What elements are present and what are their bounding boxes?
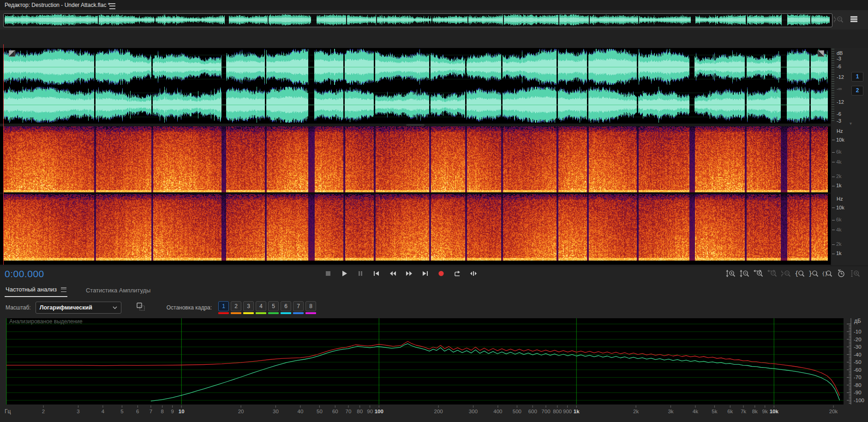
freq-tick-label: 50	[317, 409, 323, 414]
freq-tick-label: 1k	[574, 409, 580, 414]
freq-tick-label: 2	[42, 409, 45, 414]
splitter-handle[interactable]	[406, 124, 425, 126]
restore-zoom-time-button[interactable]	[836, 269, 847, 278]
db-tick-label: -30	[854, 344, 862, 350]
zoom-out-vertical-button[interactable]	[739, 269, 750, 278]
frame-hold-color-bar	[281, 312, 291, 314]
loop-playback-icon	[453, 270, 461, 277]
frame-hold-button-5[interactable]: 5	[268, 301, 279, 311]
db-scale-label: -6	[837, 64, 841, 69]
freq-tick-label: 90	[367, 409, 373, 414]
graph-y-unit: дБ	[854, 318, 861, 324]
db-scale-label: -12	[837, 99, 844, 105]
zoom-to-in-point-button[interactable]: {	[795, 269, 805, 278]
hz-scale-unit: Hz	[837, 128, 843, 134]
frame-hold-color-bar	[293, 312, 304, 314]
frame-hold-color-bar	[243, 312, 254, 314]
stop-button[interactable]	[323, 269, 333, 278]
rewind-icon	[389, 270, 397, 277]
tab-amplitude-statistics[interactable]: Статистика Амплитуды	[85, 285, 151, 297]
zoom-to-out-point-button[interactable]: }	[808, 269, 819, 278]
overview-navigator[interactable]	[3, 13, 832, 27]
freq-tick-label: 30	[273, 409, 279, 414]
spectrogram-display[interactable]	[0, 126, 831, 265]
zoom-in-vertical-button[interactable]	[725, 269, 736, 278]
freq-tick-label: 9	[171, 409, 174, 414]
rewind-button[interactable]	[388, 269, 398, 278]
record-button[interactable]	[436, 269, 446, 278]
timecode-display[interactable]: 0:00.000	[5, 268, 44, 279]
zoom-full-button[interactable]	[850, 269, 861, 278]
frame-hold-button-4[interactable]: 4	[256, 301, 266, 311]
db-tick-label: -10	[854, 329, 862, 334]
freq-tick-label: 4k	[693, 409, 698, 414]
transport-buttons	[323, 269, 479, 278]
db-scale-label: -3	[837, 118, 841, 124]
hz-scale-label: 1k	[832, 250, 842, 256]
skip-to-end-button[interactable]	[420, 269, 430, 278]
record-icon	[437, 270, 445, 277]
db-scale-label: -∞	[837, 86, 842, 91]
waveform-display[interactable]	[0, 48, 831, 124]
zoom-out-horizontal-button[interactable]	[767, 269, 778, 278]
db-tick-label: -100	[854, 398, 864, 403]
corner-handle-icon[interactable]	[9, 50, 15, 57]
playhead[interactable]	[3, 44, 4, 265]
db-scale-unit: dB	[837, 50, 843, 56]
hz-scale-label: 6k	[832, 217, 842, 222]
zoom-out-vertical-icon	[739, 269, 750, 278]
freq-tick-label: 20	[238, 409, 244, 414]
zoom-to-selection-button[interactable]: {}	[822, 269, 833, 278]
tab-frequency-analysis[interactable]: Частотный анализ	[5, 284, 67, 297]
tab-menu-icon[interactable]	[61, 287, 66, 292]
stop-icon	[324, 270, 332, 277]
frame-hold-button-8[interactable]: 8	[305, 301, 316, 311]
svg-text:{: {	[795, 270, 798, 277]
freq-tick-label: 3	[77, 409, 79, 414]
fast-forward-icon	[405, 270, 413, 277]
panel-tabs: Частотный анализ Статистика Амплитуды	[5, 284, 151, 297]
frame-hold-button-3[interactable]: 3	[243, 301, 254, 311]
frame-hold-label: Остановка кадра:	[167, 304, 212, 311]
frame-hold-button-1[interactable]: 1	[218, 301, 229, 311]
frame-hold-2: 2	[231, 301, 241, 314]
freq-tick-label: 7k	[741, 409, 746, 414]
frame-hold-4: 4	[256, 301, 266, 314]
frame-hold-button-2[interactable]: 2	[231, 301, 241, 311]
fast-forward-button[interactable]	[404, 269, 414, 278]
audition-editor-window: Редактор: Destruction - Under Attack.fla…	[0, 0, 868, 422]
channel-2-button[interactable]: 2	[851, 86, 863, 95]
scale-rail: dB-3-6-12-∞-12-6-312Hz10k6k4k2k1kHz10k6k…	[831, 48, 868, 266]
play-button[interactable]	[339, 269, 349, 278]
frame-hold-color-bar	[231, 312, 241, 314]
zoom-toolbar: {}{}	[725, 269, 861, 278]
frame-hold-button-6[interactable]: 6	[281, 301, 291, 311]
skip-selection-button[interactable]	[468, 269, 479, 278]
navigator-zoom-reset-icon[interactable]	[833, 15, 844, 25]
navigator-options-icon[interactable]	[850, 16, 858, 24]
db-tick-label: -80	[854, 382, 862, 388]
svg-text:}: }	[808, 270, 812, 277]
freq-tick-label: 9k	[762, 409, 768, 414]
reset-zoom-button[interactable]	[781, 269, 791, 278]
zoom-in-horizontal-button[interactable]	[753, 269, 764, 278]
snapshot-icon[interactable]	[136, 302, 145, 313]
pause-button[interactable]	[355, 269, 365, 278]
freq-tick-label: 600	[528, 409, 537, 414]
freq-tick-label: 900	[563, 409, 572, 414]
corner-handle-icon[interactable]	[818, 50, 824, 57]
reset-zoom-icon	[781, 269, 791, 278]
freq-tick-label: 800	[553, 409, 562, 414]
scale-dropdown[interactable]: Логарифмический	[36, 302, 121, 314]
db-scale-ticks	[832, 49, 834, 123]
transport-row: 0:00.000 {}{}	[0, 266, 868, 282]
freq-tick-label: 500	[513, 409, 521, 414]
skip-to-start-button[interactable]	[371, 269, 382, 278]
freq-tick-label: 400	[493, 409, 502, 414]
loop-playback-button[interactable]	[452, 269, 462, 278]
frame-hold-color-bar	[256, 312, 266, 314]
channel-1-button[interactable]: 1	[851, 72, 863, 82]
freq-tick-label: 5	[120, 409, 123, 414]
frame-hold-color-bar	[305, 312, 316, 314]
frame-hold-button-7[interactable]: 7	[293, 301, 304, 311]
